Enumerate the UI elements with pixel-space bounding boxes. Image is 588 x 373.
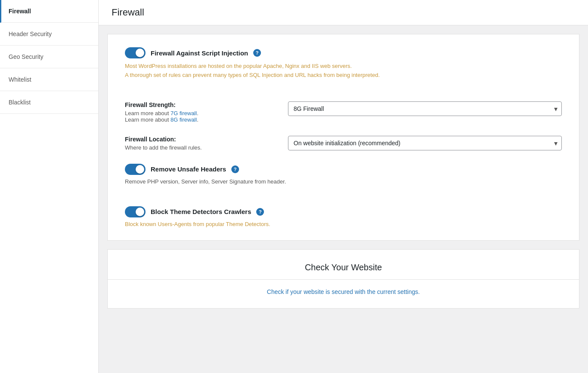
firewall-location-select-wrapper: On website initialization (recommended) …: [288, 136, 562, 150]
block-theme-detectors-label: Block Theme Detectors Crawlers: [151, 208, 251, 215]
script-injection-label: Firewall Against Script Injection: [151, 49, 248, 57]
7g-firewall-link[interactable]: 7G firewall: [170, 110, 197, 116]
script-injection-toggle[interactable]: [125, 47, 145, 58]
block-theme-detectors-description: Block known Users-Agents from popular Th…: [125, 221, 562, 227]
block-theme-detectors-help-icon[interactable]: ?: [256, 208, 264, 216]
firewall-strength-select[interactable]: 7G Firewall 8G Firewall: [288, 101, 562, 116]
sidebar-item-geo-security[interactable]: Geo Security: [0, 46, 98, 68]
firewall-location-row: Firewall Location: Where to add the fire…: [125, 136, 562, 151]
check-website-title: Check Your Website: [125, 263, 562, 272]
app-layout: Firewall Header Security Geo Security Wh…: [0, 0, 588, 373]
firewall-strength-select-wrapper: 7G Firewall 8G Firewall ▾: [288, 101, 562, 116]
sidebar: Firewall Header Security Geo Security Wh…: [0, 0, 99, 373]
remove-unsafe-headers-help-icon[interactable]: ?: [231, 165, 239, 173]
script-injection-help-icon[interactable]: ?: [253, 49, 261, 57]
check-website-description: Check if your website is secured with th…: [125, 288, 562, 295]
page-title: Firewall: [112, 7, 575, 18]
8g-firewall-link[interactable]: 8G firewall: [170, 116, 197, 123]
block-theme-detectors-setting: Block Theme Detectors Crawlers ? Block k…: [125, 206, 562, 227]
page-header: Firewall: [99, 0, 588, 25]
remove-unsafe-headers-label: Remove Unsafe Headers: [151, 165, 226, 173]
script-injection-description: Most WordPress installations are hosted …: [125, 62, 562, 80]
remove-unsafe-headers-setting: Remove Unsafe Headers ? Remove PHP versi…: [125, 164, 562, 193]
firewall-location-label: Firewall Location:: [125, 136, 271, 143]
firewall-card: Firewall Against Script Injection ? Most…: [107, 34, 579, 241]
main-content: Firewall Firewall Against Script Injecti…: [99, 0, 588, 373]
check-card-divider: [108, 279, 579, 280]
sidebar-item-firewall[interactable]: Firewall: [0, 0, 98, 23]
firewall-strength-hint: Learn more about 7G firewall. Learn more…: [125, 110, 271, 123]
block-theme-detectors-toggle[interactable]: [125, 206, 145, 217]
firewall-location-hint: Where to add the firewall rules.: [125, 144, 271, 151]
sidebar-item-whitelist[interactable]: Whitelist: [0, 68, 98, 91]
firewall-strength-label: Firewall Strength:: [125, 101, 271, 108]
check-website-card: Check Your Website Check if your website…: [107, 249, 579, 309]
firewall-strength-row: Firewall Strength: Learn more about 7G f…: [125, 101, 562, 123]
sidebar-item-blacklist[interactable]: Blacklist: [0, 91, 98, 114]
firewall-location-select[interactable]: On website initialization (recommended) …: [288, 136, 562, 150]
remove-unsafe-headers-description: Remove PHP version, Server info, Server …: [125, 178, 562, 185]
remove-unsafe-headers-toggle[interactable]: [125, 164, 145, 175]
script-injection-setting: Firewall Against Script Injection ? Most…: [125, 47, 562, 89]
sidebar-item-header-security[interactable]: Header Security: [0, 23, 98, 46]
